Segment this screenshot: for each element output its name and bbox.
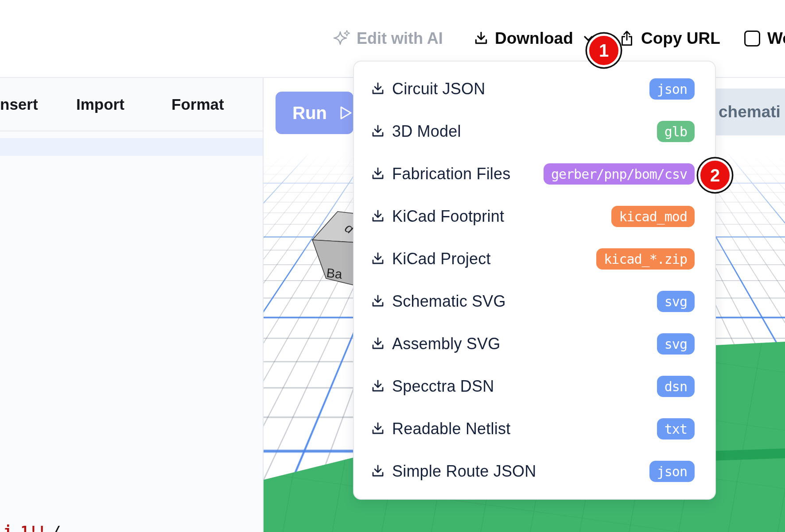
download-dropdown-menu: Circuit JSON json 3D Model glb Fabricati… [353,61,716,500]
menu-item-label: Simple Route JSON [392,462,536,481]
editor-current-line-highlight [0,138,263,156]
download-icon [370,336,385,351]
format-badge: txt [657,418,695,439]
download-icon [370,166,385,181]
format-badge: gerber/pnp/bom/csv [544,163,695,185]
download-icon [370,124,385,139]
run-label: Run [292,103,327,123]
share-icon [618,30,635,47]
menu-item-label: Fabrication Files [392,165,511,183]
format-badge: svg [657,333,695,355]
code-editor-panel[interactable]: nsert Import Format i 1!!/ [0,78,264,532]
menu-item-format[interactable]: Format [171,78,224,131]
menu-item-label: Circuit JSON [392,80,485,98]
3d-component-box[interactable]: d Ba [310,210,357,289]
edit-with-ai-label: Edit with AI [357,29,443,48]
box-front-label: Ba [326,266,343,281]
menu-item-readable-netlist[interactable]: Readable Netlist txt [354,408,715,450]
download-icon [473,31,489,46]
menu-item-specctra-dsn[interactable]: Specctra DSN dsn [354,365,715,408]
download-icon [370,81,385,96]
tab-schematic-label: chemati [719,103,781,121]
menu-item-insert[interactable]: nsert [0,78,38,131]
tab-schematic-truncated[interactable]: chemati [711,89,785,135]
download-icon [370,379,385,394]
menu-item-label: Readable Netlist [392,420,510,438]
annotation-step-1: 1 [587,34,621,67]
format-badge: kicad_*.zip [596,248,695,270]
editor-code-fragment: i 1!!/ [4,523,61,532]
annotation-step-2: 2 [698,158,732,192]
menu-item-import[interactable]: Import [76,78,124,131]
menu-item-3d-model[interactable]: 3D Model glb [354,110,715,153]
code-fragment-black: / [52,523,61,532]
format-badge: json [649,461,695,482]
webview-label-truncated: We [767,29,785,48]
format-badge: dsn [657,376,695,397]
download-icon [370,421,385,436]
menu-item-assembly-svg[interactable]: Assembly SVG svg [354,323,715,365]
menu-item-circuit-json[interactable]: Circuit JSON json [354,68,715,110]
webview-checkbox[interactable] [744,31,760,46]
format-badge: kicad_mod [611,206,695,227]
menu-item-label: Assembly SVG [392,335,500,353]
download-icon [370,251,385,266]
menu-item-label: Specctra DSN [392,377,494,396]
run-button[interactable]: Run [276,92,354,134]
menu-item-label: KiCad Footprint [392,207,504,226]
menu-item-schematic-svg[interactable]: Schematic SVG svg [354,280,715,323]
menu-item-label: Schematic SVG [392,292,506,311]
menu-item-fabrication-files[interactable]: Fabrication Files gerber/pnp/bom/csv [354,153,715,195]
code-fragment-red: i 1!! [4,523,46,532]
format-badge: glb [657,121,695,142]
download-icon [370,464,385,479]
play-icon [339,105,353,121]
sparkle-icon [333,30,351,47]
webview-toggle[interactable]: We [744,0,785,77]
editor-menubar: nsert Import Format [0,78,263,131]
menu-item-label: KiCad Project [392,250,491,268]
menu-item-simple-route-json[interactable]: Simple Route JSON json [354,450,715,493]
menu-item-label: 3D Model [392,122,461,141]
download-icon [370,294,385,309]
download-icon [370,209,385,224]
copy-url-label: Copy URL [641,29,720,48]
menu-item-kicad-project[interactable]: KiCad Project kicad_*.zip [354,238,715,280]
menu-item-kicad-footprint[interactable]: KiCad Footprint kicad_mod [354,195,715,238]
format-badge: json [649,78,695,100]
download-label: Download [495,29,573,48]
format-badge: svg [657,291,695,312]
